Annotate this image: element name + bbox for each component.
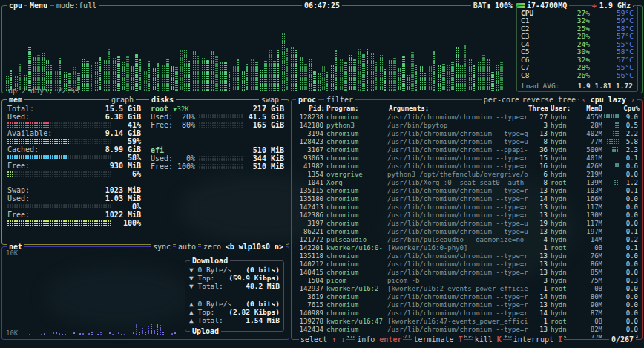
process-arguments: python3 /opt/thefanclub/overgrive/overg — [387, 171, 528, 178]
header-arguments[interactable]: Arguments: — [387, 105, 528, 112]
process-row[interactable]: 139278kworker/u16:47[kworker/u16:47-even… — [295, 317, 640, 325]
hint-terminate[interactable]: terminate T — [412, 335, 464, 344]
mode-toggle[interactable]: mode:full — [54, 1, 99, 10]
process-row[interactable]: 142434chromium/usr/lib/chromium/chromium… — [295, 325, 640, 333]
sort-next-arrow[interactable]: › — [631, 96, 635, 104]
process-row[interactable]: 3619chromium/usr/lib/chromium/chromium -… — [295, 292, 640, 301]
swap-used-meter — [7, 204, 111, 209]
mem-free-value: 930 MiB — [110, 162, 141, 170]
process-row[interactable]: 128238chromium/usr/lib/chromium/chromium… — [295, 113, 640, 121]
sort-prev-arrow[interactable]: ‹ — [582, 96, 586, 104]
process-row[interactable]: 1041Xorg/usr/lib/Xorg :0 -seat seat0 -au… — [295, 178, 640, 186]
disk-free-percent: 100% — [176, 162, 195, 171]
net-stats-box: Download Upload ▼ 0 Byte/s(0 bits) ▼ Top… — [185, 260, 284, 332]
hint-interrupt[interactable]: interrupt I — [512, 335, 564, 344]
download-top-value: (59.9 Kibps) — [229, 274, 280, 282]
header-pid[interactable]: Pid: — [295, 105, 325, 112]
process-row[interactable]: 3167chromium/usr/lib/chromium/chromium -… — [295, 145, 640, 154]
process-row[interactable]: 41982chromium/usr/lib/chromium/chromium … — [295, 162, 640, 170]
menu-button[interactable]: Menu — [27, 1, 50, 10]
process-threads: 13 — [528, 203, 548, 211]
proc-reverse-toggle[interactable]: reverse — [520, 95, 556, 105]
process-program: chromium — [325, 114, 387, 121]
process-user: hydn — [548, 211, 576, 219]
process-row[interactable]: 142937kworker/u16:2-[kworker/u16:2-event… — [295, 284, 640, 292]
process-mem: 103M — [576, 187, 602, 194]
hint-key: K — [497, 335, 502, 344]
process-row[interactable]: 86221chromium/usr/lib/chromium/chromium … — [295, 227, 640, 235]
process-row[interactable]: 140989chromium/usr/lib/chromium/chromium… — [295, 309, 640, 317]
mem-graph-toggle[interactable]: graph — [109, 95, 136, 105]
disks-stats: root ▼32K 217 GiB Used: 20% 41.5 GiB Fre… — [151, 105, 284, 171]
proc-tree-toggle[interactable]: tree — [556, 95, 578, 105]
net-zero-toggle[interactable]: zero — [201, 242, 223, 252]
process-cpu: 0.0 — [619, 293, 640, 301]
net-auto-toggle[interactable]: auto — [176, 242, 198, 252]
mem-available-meter — [7, 139, 111, 144]
core-usage-graph — [540, 72, 567, 79]
process-program: chromium — [325, 260, 387, 268]
hint-select[interactable]: select ↑ ↓ — [299, 335, 346, 344]
process-program: chromium — [325, 293, 387, 301]
mem-cached-meter — [7, 155, 111, 160]
download-speed-value: (0 bits) — [246, 266, 280, 274]
process-row[interactable]: 142180python3/usr/bin/bpytop3hydn28M0.5 — [295, 121, 640, 129]
process-row[interactable]: 140415chromium/usr/lib/chromium/chromium… — [295, 268, 640, 276]
process-mem: 0B — [576, 244, 602, 252]
core-usage-graph — [540, 41, 567, 47]
cpu-core-row: C424%55°C — [521, 40, 634, 48]
header-threads[interactable]: Threads: — [528, 105, 548, 112]
disks-swap-toggle[interactable]: swap — [259, 95, 281, 105]
process-cpu: 2.2 — [619, 130, 640, 137]
disk-free-value: 165 GiB — [247, 121, 284, 129]
process-cpu-graph — [602, 146, 619, 153]
proc-filter-toggle[interactable]: filter — [324, 95, 355, 105]
process-cpu-graph — [602, 187, 619, 194]
upload-total-value: 1.54 MiB — [246, 316, 280, 324]
process-cpu: 0.1 — [619, 228, 640, 235]
process-mem: 77M — [576, 138, 602, 145]
process-cpu-graph — [602, 162, 619, 169]
process-program: chromium — [325, 211, 387, 219]
header-program[interactable]: Program: — [325, 105, 387, 112]
process-program: chromium — [325, 228, 387, 235]
process-row[interactable]: 135180chromium/usr/lib/chromium/chromium… — [295, 194, 640, 203]
process-arguments: /usr/lib/chromium/chromium --type=rende — [387, 162, 528, 170]
process-row[interactable]: 93063chromium/usr/lib/chromium/chromium … — [295, 154, 640, 162]
process-row[interactable]: 142413chromium/usr/lib/chromium/chromium… — [295, 203, 640, 211]
process-row[interactable]: 142201kworker/u16:0-[kworker/u16:0-phy0]… — [295, 243, 640, 252]
header-memb[interactable]: MemB — [576, 105, 602, 112]
header-user[interactable]: User: — [548, 105, 576, 112]
core-label: C2 — [521, 24, 540, 33]
process-row[interactable]: 140212chromium/usr/lib/chromium/chromium… — [295, 260, 640, 268]
process-row[interactable]: 3194chromium/usr/lib/chromium/chromium -… — [295, 129, 640, 137]
process-program: kworker/u16:0- — [325, 244, 387, 252]
process-row[interactable]: 142386chromium/usr/lib/chromium/chromium… — [295, 211, 640, 219]
core-temperature: 58°C — [611, 47, 634, 56]
sort-current-label[interactable]: cpu lazy — [591, 96, 626, 104]
hint-info[interactable]: info enter — [355, 335, 403, 344]
core-temperature: 56°C — [611, 71, 634, 79]
download-total-value: 48.2 MiB — [246, 282, 280, 290]
net-sync-toggle[interactable]: sync — [151, 242, 173, 252]
process-row[interactable]: 7615chromium/usr/lib/chromium/chromium -… — [295, 301, 640, 309]
process-pid: 93063 — [295, 154, 325, 162]
process-row[interactable]: 1354overgrivepython3 /opt/thefanclub/ove… — [295, 170, 640, 178]
process-row[interactable]: 135118chromium/usr/lib/chromium/chromium… — [295, 252, 640, 260]
process-arguments: /usr/lib/chromium/chromium --type=rende — [387, 187, 528, 194]
process-row[interactable]: 128423chromium/usr/lib/chromium/chromium… — [295, 137, 640, 145]
process-cpu: 0.0 — [619, 318, 640, 325]
process-row[interactable]: 3197chromium/usr/lib/chromium/chromium -… — [295, 219, 640, 227]
net-interface-selector[interactable]: <b wlp10s0 n> — [223, 242, 286, 252]
hint-kill[interactable]: kill K — [473, 335, 503, 344]
process-program: chromium — [325, 138, 387, 145]
process-row[interactable]: 135115chromium/usr/lib/chromium/chromium… — [295, 186, 640, 194]
process-row[interactable]: 121772pulseaudio/usr/bin/pulseaudio --da… — [295, 235, 640, 243]
proc-percore-toggle[interactable]: per-core — [482, 95, 522, 105]
process-row[interactable]: 1504picompicom -b3hydn75M0.3 — [295, 276, 640, 284]
process-arguments: /usr/lib/chromium/chromium --type=rende — [387, 203, 528, 211]
process-cpu-graph — [602, 122, 619, 128]
header-cpu[interactable]: Cpu% — [619, 105, 640, 112]
cpu-core-row: C530%58°C — [521, 48, 634, 56]
cpu-history-graph — [6, 19, 515, 91]
